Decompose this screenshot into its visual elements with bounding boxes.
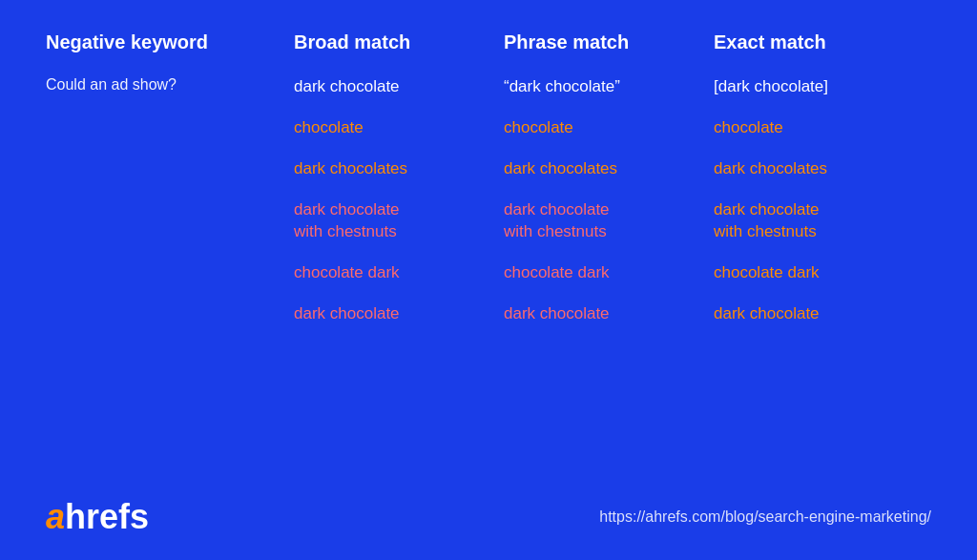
exact-item-3: dark chocolatewith chestnuts <box>714 199 924 243</box>
broad-item-2: dark chocolates <box>294 158 504 180</box>
exact-item-5: dark chocolate <box>714 303 924 325</box>
phrase-item-0: “dark chocolate” <box>504 76 714 98</box>
main-container: Negative keyword Could an ad show? Broad… <box>0 0 977 560</box>
ahrefs-logo: a hrefs <box>46 497 149 537</box>
phrase-item-5: dark chocolate <box>504 303 714 325</box>
logo-hrefs-text: hrefs <box>65 497 149 537</box>
broad-item-1: chocolate <box>294 117 504 139</box>
broad-item-0: dark chocolate <box>294 76 504 98</box>
broad-item-4: chocolate dark <box>294 262 504 284</box>
col-broad-match: Broad match dark chocolate chocolate dar… <box>294 31 504 482</box>
phrase-item-1: chocolate <box>504 117 714 139</box>
header-phrase-match: Phrase match <box>504 31 714 53</box>
exact-item-2: dark chocolates <box>714 158 924 180</box>
phrase-item-2: dark chocolates <box>504 158 714 180</box>
header-exact-match: Exact match <box>714 31 924 53</box>
exact-item-0: [dark chocolate] <box>714 76 924 98</box>
footer: a hrefs https://ahrefs.com/blog/search-e… <box>46 489 931 537</box>
header-broad-match: Broad match <box>294 31 504 53</box>
exact-item-1: chocolate <box>714 117 924 139</box>
col-phrase-match: Phrase match “dark chocolate” chocolate … <box>504 31 714 482</box>
phrase-item-4: chocolate dark <box>504 262 714 284</box>
logo-a-letter: a <box>46 497 65 537</box>
col-exact-match: Exact match [dark chocolate] chocolate d… <box>714 31 924 482</box>
comparison-table: Negative keyword Could an ad show? Broad… <box>46 31 931 482</box>
broad-item-3: dark chocolatewith chestnuts <box>294 199 504 243</box>
header-negative-keyword: Negative keyword <box>46 31 294 53</box>
exact-item-4: chocolate dark <box>714 262 924 284</box>
broad-item-5: dark chocolate <box>294 303 504 325</box>
footer-url: https://ahrefs.com/blog/search-engine-ma… <box>599 508 931 526</box>
col-negative-keyword: Negative keyword Could an ad show? <box>46 31 294 482</box>
could-ad-show-label: Could an ad show? <box>46 76 294 93</box>
phrase-item-3: dark chocolatewith chestnuts <box>504 199 714 243</box>
